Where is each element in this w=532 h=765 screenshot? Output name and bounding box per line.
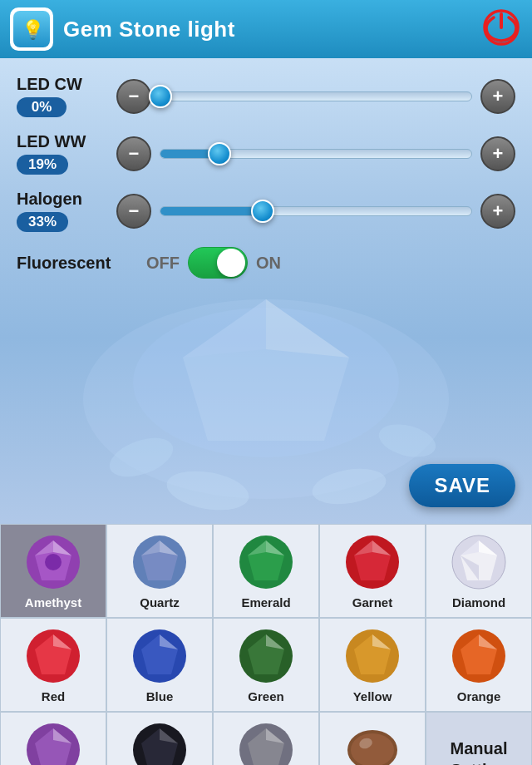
fluorescent-off-label: OFF [146,254,180,273]
power-icon [483,9,520,49]
orange-label: Orange [457,689,501,703]
led-cw-value: 0% [17,97,66,117]
halogen-slider[interactable] [160,206,472,216]
blue-icon [130,626,190,686]
halogen-value: 33% [17,212,68,232]
fluorescent-on-label: ON [256,254,281,273]
gem-yellow[interactable]: Yellow [319,618,426,712]
orange-icon [449,626,509,686]
led-cw-row: LED CW 0% − + [17,75,515,117]
svg-text:💡: 💡 [22,18,45,41]
led-ww-label: LED WW [17,132,86,151]
gem-quartz[interactable]: Quartz [106,524,213,618]
blue-label: Blue [146,689,174,703]
green-label: Green [248,689,283,703]
gem-emerald[interactable]: Emerald [213,524,319,618]
gem-purple[interactable]: Purple [0,712,106,765]
yellow-icon [342,626,402,686]
gem-garnet[interactable]: Garnet [319,524,426,618]
halogen-increase-button[interactable]: + [480,194,515,229]
led-cw-increase-button[interactable]: + [480,79,515,114]
gem-blue[interactable]: Blue [106,618,213,712]
gem-grey[interactable]: Grey [213,712,319,765]
garnet-label: Garnet [352,595,392,610]
purple-icon [23,720,83,765]
led-cw-label-group: LED CW 0% [17,75,108,117]
grey-icon [236,720,296,765]
red-label: Red [42,689,65,703]
gem-black[interactable]: Black [106,712,213,765]
yellow-label: Yellow [353,689,392,703]
svg-point-15 [45,554,62,570]
led-ww-increase-button[interactable]: + [480,136,515,171]
gem-brown[interactable]: Brown [319,712,426,765]
quartz-icon [130,532,190,592]
gem-green[interactable]: Green [213,618,319,712]
halogen-row: Halogen 33% − + [17,190,515,232]
black-icon [130,720,190,765]
power-button[interactable] [480,8,522,50]
halogen-fill [160,207,263,215]
emerald-icon [236,532,296,592]
led-ww-thumb[interactable] [208,142,231,165]
diamond-label: Diamond [452,595,505,610]
app-header: 💡 Gem Stone light [0,0,532,58]
diamond-icon [449,532,509,592]
led-ww-slider[interactable] [160,149,472,159]
amethyst-icon [23,532,83,592]
fluorescent-toggle-area: OFF ON [146,247,281,279]
app-logo: 💡 [10,7,53,51]
led-ww-decrease-button[interactable]: − [116,136,151,171]
garnet-icon [342,532,402,592]
red-icon [23,626,83,686]
led-cw-slider[interactable] [160,91,472,101]
gem-orange[interactable]: Orange [426,618,532,712]
gem-manual-setting[interactable]: ManualSetting [426,712,532,765]
amethyst-label: Amethyst [25,595,81,610]
controls-panel: LED CW 0% − + LED WW 19% − + [0,58,532,279]
save-button[interactable]: SAVE [409,464,515,507]
led-ww-row: LED WW 19% − + [17,132,515,175]
green-icon [236,626,296,686]
logo-icon: 💡 [18,16,45,42]
brown-icon [342,720,402,765]
halogen-thumb[interactable] [251,200,274,223]
emerald-label: Emerald [241,595,290,610]
main-content: LED CW 0% − + LED WW 19% − + [0,58,532,524]
fluorescent-label: Fluorescent [17,254,133,273]
led-ww-label-group: LED WW 19% [17,132,108,175]
gem-red[interactable]: Red [0,618,106,712]
led-cw-thumb[interactable] [149,85,172,108]
app-title: Gem Stone light [63,17,470,42]
fluorescent-toggle[interactable] [188,247,248,279]
toggle-knob [217,249,245,277]
fluorescent-row: Fluorescent OFF ON [17,247,515,279]
halogen-label-group: Halogen 33% [17,190,108,232]
halogen-label: Halogen [17,190,82,209]
led-cw-decrease-button[interactable]: − [116,79,151,114]
gem-grid: Amethyst Quartz Emerald Garnet [0,524,532,765]
gem-diamond[interactable]: Diamond [426,524,532,618]
quartz-label: Quartz [140,595,180,610]
gem-amethyst[interactable]: Amethyst [0,524,106,618]
led-cw-label: LED CW [17,75,82,94]
halogen-decrease-button[interactable]: − [116,194,151,229]
led-ww-value: 19% [17,155,68,175]
manual-setting-label: ManualSetting [451,738,508,766]
